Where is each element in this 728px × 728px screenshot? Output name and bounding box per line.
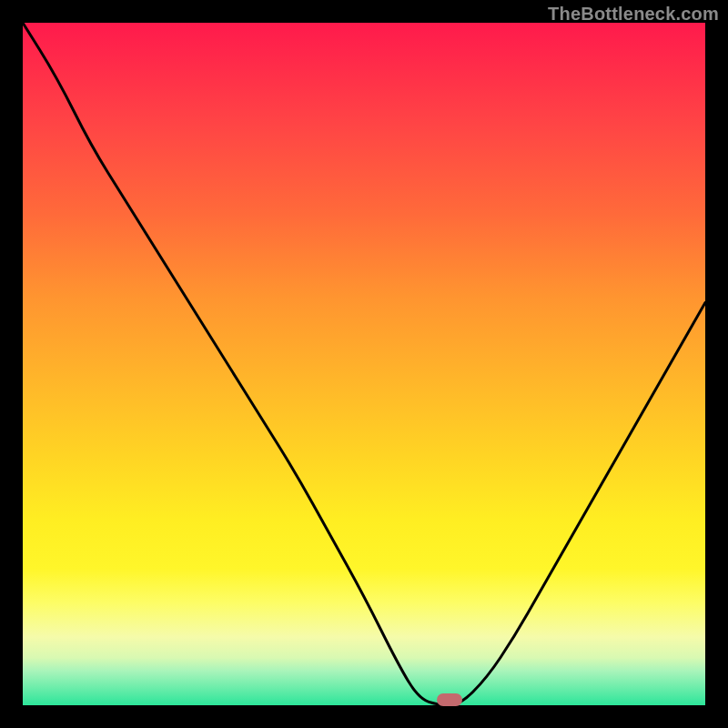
bottleneck-marker — [437, 693, 462, 706]
chart-stage: TheBottleneck.com — [0, 0, 728, 728]
plot-area — [23, 23, 705, 705]
curve-svg — [23, 23, 705, 705]
attribution-label: TheBottleneck.com — [548, 4, 719, 25]
bottleneck-curve — [23, 23, 705, 705]
